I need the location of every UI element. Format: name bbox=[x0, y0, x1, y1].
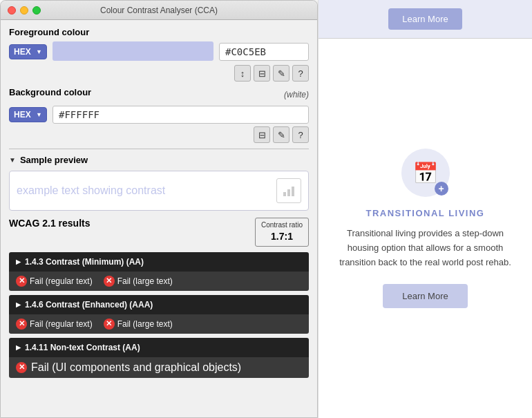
foreground-toolbar: ↕ ⊟ ✎ ? bbox=[9, 65, 309, 82]
sample-preview-label: Sample preview bbox=[20, 155, 88, 165]
wcag-item-2-header[interactable]: ▶ 1.4.6 Contrast (Enhanced) (AAA) bbox=[9, 295, 309, 314]
chevron-down-icon: ▼ bbox=[36, 48, 42, 55]
fail-label-1-large: Fail (large text) bbox=[117, 276, 173, 286]
minimize-button[interactable] bbox=[20, 6, 28, 15]
help-button-fg[interactable]: ? bbox=[292, 65, 309, 82]
fail-icon-2: ✕ bbox=[104, 276, 115, 287]
chart-icon bbox=[276, 178, 301, 203]
plus-symbol: + bbox=[438, 183, 444, 194]
background-hex-input[interactable] bbox=[53, 106, 309, 124]
fail-label-2-regular: Fail (regular text) bbox=[30, 319, 93, 329]
help-icon-bg: ? bbox=[298, 130, 303, 140]
right-top-section: Learn More bbox=[319, 0, 532, 39]
help-button-bg[interactable]: ? bbox=[292, 126, 309, 143]
card-description: Transitional living provides a step-down… bbox=[332, 227, 518, 269]
background-format-label: HEX bbox=[14, 110, 31, 120]
learn-more-button-top[interactable]: Learn More bbox=[388, 8, 462, 30]
background-note: (white) bbox=[284, 90, 309, 99]
calendar-icon-wrap: 📅 + bbox=[401, 149, 450, 197]
sample-preview-header: ▼ Sample preview bbox=[9, 155, 309, 165]
foreground-color-swatch bbox=[53, 41, 213, 61]
right-middle-section: 📅 + TRANSITIONAL LIVING Transitional liv… bbox=[319, 39, 532, 418]
svg-rect-2 bbox=[292, 187, 294, 196]
collapse-triangle-icon[interactable]: ▼ bbox=[9, 156, 16, 164]
svg-rect-1 bbox=[287, 189, 290, 196]
foreground-format-label: HEX bbox=[14, 47, 31, 57]
fail-icon-1: ✕ bbox=[16, 276, 27, 287]
close-button[interactable] bbox=[8, 6, 16, 15]
background-section-header: Background colour (white) bbox=[9, 87, 309, 102]
wcag-item-1: ▶ 1.4.3 Contrast (Minimum) (AA) ✕ Fail (… bbox=[9, 252, 309, 291]
fail-label-2-large: Fail (large text) bbox=[117, 319, 173, 329]
wcag-item-3-body: ✕ Fail (UI components and graphical obje… bbox=[9, 357, 309, 378]
foreground-format-dropdown[interactable]: HEX ▼ bbox=[9, 44, 47, 59]
eyedropper-button-bg[interactable]: ✎ bbox=[273, 126, 289, 143]
chevron-down-icon-bg: ▼ bbox=[36, 111, 42, 118]
learn-more-button-bottom[interactable]: Learn More bbox=[383, 284, 467, 308]
wcag-item-3: ▶ 1.4.11 Non-text Contrast (AA) ✕ Fail (… bbox=[9, 338, 309, 378]
contrast-ratio-label: Contrast ratio bbox=[261, 220, 303, 230]
wcag-item-2-body: ✕ Fail (regular text) ✕ Fail (large text… bbox=[9, 314, 309, 334]
help-icon-fg: ? bbox=[298, 68, 303, 79]
wcag-item-2-title: 1.4.6 Contrast (Enhanced) (AAA) bbox=[25, 300, 153, 310]
fail-icon-4: ✕ bbox=[104, 319, 115, 330]
cca-window: Colour Contrast Analyser (CCA) Foregroun… bbox=[0, 0, 318, 418]
divider-1 bbox=[9, 149, 309, 149]
wcag-title: WCAG 2.1 results bbox=[9, 218, 90, 229]
eyedropper-icon-bg: ✎ bbox=[278, 130, 285, 140]
right-panel: Learn More 📅 + TRANSITIONAL LIVING Trans… bbox=[318, 0, 532, 418]
background-input-row: HEX ▼ bbox=[9, 106, 309, 124]
fail-label-3-ui: Fail (UI components and graphical object… bbox=[31, 361, 241, 374]
contrast-ratio-box: Contrast ratio 1.7:1 bbox=[255, 218, 309, 247]
fail-label-1-regular: Fail (regular text) bbox=[30, 276, 93, 286]
sliders-icon-bg: ⊟ bbox=[258, 130, 266, 140]
eyedropper-button[interactable]: ✎ bbox=[273, 65, 289, 82]
fail-badge-2-large: ✕ Fail (large text) bbox=[104, 319, 173, 330]
sliders-icon: ⊟ bbox=[258, 68, 266, 79]
maximize-button[interactable] bbox=[32, 6, 41, 15]
swap-button[interactable]: ↕ bbox=[234, 65, 251, 82]
title-bar: Colour Contrast Analyser (CCA) bbox=[1, 1, 317, 20]
fail-badge-1-regular: ✕ Fail (regular text) bbox=[16, 276, 93, 287]
fail-badge-2-regular: ✕ Fail (regular text) bbox=[16, 319, 93, 330]
calendar-icon: 📅 bbox=[412, 161, 438, 185]
wcag-item-2: ▶ 1.4.6 Contrast (Enhanced) (AAA) ✕ Fail… bbox=[9, 295, 309, 334]
foreground-label: Foreground colour bbox=[9, 27, 309, 37]
background-toolbar: ⊟ ✎ ? bbox=[9, 126, 309, 143]
wcag-item-1-title: 1.4.3 Contrast (Minimum) (AA) bbox=[25, 257, 144, 267]
wcag-item-3-title: 1.4.11 Non-text Contrast (AA) bbox=[25, 343, 140, 352]
sample-preview-box: example text showing contrast bbox=[9, 171, 309, 211]
eyedropper-icon: ✎ bbox=[278, 68, 285, 79]
fail-icon-5: ✕ bbox=[16, 362, 27, 373]
plus-badge: + bbox=[435, 182, 448, 196]
wcag-triangle-icon-3: ▶ bbox=[16, 344, 21, 351]
wcag-triangle-icon-2: ▶ bbox=[16, 301, 21, 308]
cca-body: Foreground colour HEX ▼ ↕ ⊟ ✎ ? bbox=[1, 20, 317, 417]
foreground-hex-input[interactable] bbox=[219, 43, 309, 61]
card-title: TRANSITIONAL LIVING bbox=[366, 208, 485, 218]
wcag-item-1-body: ✕ Fail (regular text) ✕ Fail (large text… bbox=[9, 272, 309, 291]
fail-badge-1-large: ✕ Fail (large text) bbox=[104, 276, 173, 287]
adjust-button-bg[interactable]: ⊟ bbox=[254, 126, 270, 143]
wcag-results-header: WCAG 2.1 results Contrast ratio 1.7:1 bbox=[9, 218, 309, 247]
adjust-button[interactable]: ⊟ bbox=[254, 65, 270, 82]
sample-preview-text: example text showing contrast bbox=[17, 184, 276, 197]
wcag-item-1-header[interactable]: ▶ 1.4.3 Contrast (Minimum) (AA) bbox=[9, 252, 309, 272]
background-format-dropdown[interactable]: HEX ▼ bbox=[9, 107, 47, 122]
traffic-lights bbox=[8, 6, 41, 15]
background-label: Background colour bbox=[9, 87, 91, 97]
contrast-ratio-value: 1.7:1 bbox=[261, 230, 303, 244]
window-title: Colour Contrast Analyser (CCA) bbox=[100, 6, 218, 15]
foreground-input-row: HEX ▼ bbox=[9, 41, 309, 62]
swap-icon: ↕ bbox=[240, 68, 245, 79]
svg-rect-0 bbox=[283, 192, 286, 196]
wcag-triangle-icon-1: ▶ bbox=[16, 258, 21, 265]
bar-chart-svg bbox=[282, 184, 296, 198]
fail-icon-3: ✕ bbox=[16, 319, 27, 330]
wcag-item-3-header[interactable]: ▶ 1.4.11 Non-text Contrast (AA) bbox=[9, 338, 309, 357]
